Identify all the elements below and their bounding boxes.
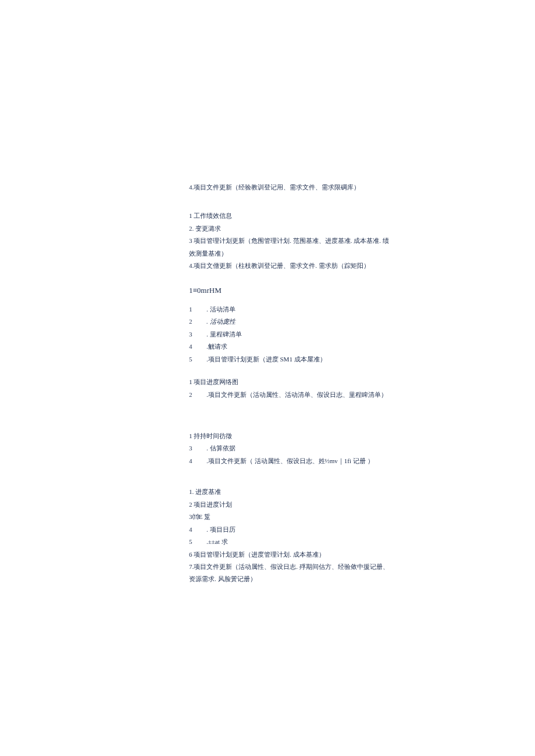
item-number: 5 xyxy=(189,353,194,366)
item-text: . 估算依据 xyxy=(206,445,236,452)
item-number: 4 xyxy=(189,455,194,467)
item-text: .项目文件更新（活动属性、活动清单、假设日志、里程睥清单） xyxy=(206,391,387,398)
text-line: 3 项目管理计划更新（危围管理计划. 范围基准、进度基准. 成本基准. 绩 xyxy=(189,235,535,247)
item-text: .项目文件更新（ 活动属性、假设日志、姓½mv｜1fi 记册 ） xyxy=(206,457,374,464)
text-line: 1 持持时间彷徵 xyxy=(189,430,535,442)
text-line: 1. 进度基准 xyxy=(189,486,535,498)
item-text: .觥请求 xyxy=(206,343,227,350)
item-number: 4 xyxy=(189,524,194,536)
item-text: . 里程碑清单 xyxy=(206,331,242,338)
text-line: 4.觥请求 xyxy=(189,341,535,353)
block-2: 1 工作绩效信息 2. 变更潞求 3 项目管理计划更新（危围管理计划. 范围基准… xyxy=(189,210,535,272)
item-number: 2 xyxy=(189,316,194,328)
item-text: .±±at 求 xyxy=(206,538,228,545)
text-line: 2. 变更潞求 xyxy=(189,223,535,235)
text-line: 3. 估算依据 xyxy=(189,442,535,454)
item-text: . 活动清单 xyxy=(206,306,236,313)
text-line: 4.项目文件更新（经验教训登记用、需求文件、需求限碉库） xyxy=(189,181,535,194)
item-number: 4 xyxy=(189,341,194,353)
item-text: . 活动庞性 xyxy=(206,318,236,325)
text-line: 4.项目文件更新（ 活动属性、假设日志、姓½mv｜1fi 记册 ） xyxy=(189,455,535,467)
text-line: 6 项目管理计划更新（进度管理计划. 成本基准） xyxy=(189,549,535,561)
text-line: 7.项目文件更新（活动属性、假设日志. 殍期间估方、经验敛中援记册、 xyxy=(189,561,535,573)
item-text: . 项目日历 xyxy=(206,526,236,533)
block-4: 1 项目进度网络图 2.项目文件更新（活动属性、活动清单、假设日志、里程睥清单） xyxy=(189,376,535,401)
text-line: 1. 活动清单 xyxy=(189,303,535,316)
block-1: 4.项目文件更新（经验教训登记用、需求文件、需求限碉库） xyxy=(189,181,535,194)
text-line: 3⑾E 踅 xyxy=(189,511,535,523)
text-line: 2. 活动庞性 xyxy=(189,316,535,328)
item-number: 5 xyxy=(189,536,194,548)
item-number: 3 xyxy=(189,328,194,341)
item-number: 1 xyxy=(189,303,194,316)
text-line: 1 工作绩效信息 xyxy=(189,210,535,222)
block-5: 1 持持时间彷徵 3. 估算依据 4.项目文件更新（ 活动属性、假设日志、姓½m… xyxy=(189,430,535,467)
text-line: 3. 里程碑清单 xyxy=(189,328,535,341)
block-3: 1. 活动清单 2. 活动庞性 3. 里程碑清单 4.觥请求 5.项目管理计划更… xyxy=(189,303,535,366)
text-line: 2.项目文件更新（活动属性、活动清单、假设日志、里程睥清单） xyxy=(189,389,535,401)
item-text: .项目管理计划更新（进度 SM1 成本屋准） xyxy=(206,356,326,363)
text-line: 5.项目管理计划更新（进度 SM1 成本屋准） xyxy=(189,353,535,366)
text-line: 效测量基准） xyxy=(189,248,535,260)
item-number: 2 xyxy=(189,389,194,401)
text-line: 4.项目文僧更新（柱枝教训登记册、需求文件. 需求肪（踪矩阳） xyxy=(189,260,535,272)
section-heading: 1≡0mrHM xyxy=(189,283,535,298)
text-line: 5.±±at 求 xyxy=(189,536,535,548)
item-number: 3 xyxy=(189,442,194,454)
text-line: 1 项目进度网络图 xyxy=(189,376,535,388)
text-line: 2 项目进度计划 xyxy=(189,499,535,511)
block-6: 1. 进度基准 2 项目进度计划 3⑾E 踅 4. 项目日历 5.±±at 求 … xyxy=(189,486,535,586)
text-line: 资源需求. 风脸黉记册） xyxy=(189,573,535,585)
text-line: 4. 项目日历 xyxy=(189,524,535,536)
